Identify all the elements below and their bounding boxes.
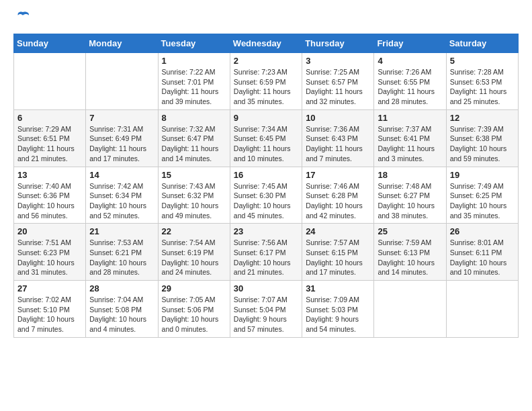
day-number: 21 [89, 226, 154, 236]
logo-bird-icon [15, 9, 31, 26]
day-number: 15 [162, 170, 226, 180]
column-header-friday: Friday [374, 34, 446, 53]
day-info: Sunrise: 7:22 AM Sunset: 7:01 PM Dayligh… [162, 67, 226, 107]
day-number: 24 [306, 226, 370, 236]
calendar-cell: 2Sunrise: 7:23 AM Sunset: 6:59 PM Daylig… [230, 53, 302, 110]
calendar-cell: 25Sunrise: 7:59 AM Sunset: 6:13 PM Dayli… [374, 224, 446, 281]
day-info: Sunrise: 7:39 AM Sunset: 6:38 PM Dayligh… [450, 124, 515, 164]
calendar-cell: 17Sunrise: 7:46 AM Sunset: 6:28 PM Dayli… [302, 167, 374, 224]
day-info: Sunrise: 7:28 AM Sunset: 6:53 PM Dayligh… [450, 67, 515, 107]
day-info: Sunrise: 7:07 AM Sunset: 5:04 PM Dayligh… [234, 295, 298, 334]
calendar-week-row: 6Sunrise: 7:29 AM Sunset: 6:51 PM Daylig… [14, 109, 519, 167]
day-info: Sunrise: 7:42 AM Sunset: 6:34 PM Dayligh… [89, 181, 154, 221]
calendar-header-row: SundayMondayTuesdayWednesdayThursdayFrid… [14, 34, 519, 53]
calendar-cell [374, 281, 446, 338]
day-info: Sunrise: 7:48 AM Sunset: 6:27 PM Dayligh… [378, 181, 442, 221]
day-number: 31 [306, 283, 370, 293]
calendar-cell: 7Sunrise: 7:31 AM Sunset: 6:49 PM Daylig… [86, 109, 158, 167]
calendar-week-row: 13Sunrise: 7:40 AM Sunset: 6:36 PM Dayli… [14, 167, 519, 224]
calendar-cell: 12Sunrise: 7:39 AM Sunset: 6:38 PM Dayli… [446, 109, 518, 167]
calendar-cell: 28Sunrise: 7:04 AM Sunset: 5:08 PM Dayli… [86, 281, 158, 338]
day-info: Sunrise: 7:34 AM Sunset: 6:45 PM Dayligh… [234, 124, 298, 164]
day-number: 5 [450, 56, 515, 66]
day-info: Sunrise: 8:01 AM Sunset: 6:11 PM Dayligh… [450, 238, 515, 277]
column-header-saturday: Saturday [446, 34, 518, 53]
day-info: Sunrise: 7:59 AM Sunset: 6:13 PM Dayligh… [378, 238, 442, 277]
day-number: 16 [234, 170, 298, 180]
calendar-cell: 31Sunrise: 7:09 AM Sunset: 5:03 PM Dayli… [302, 281, 374, 338]
day-number: 9 [234, 113, 298, 123]
day-number: 30 [234, 283, 298, 293]
page-header [13, 13, 519, 23]
calendar-cell: 30Sunrise: 7:07 AM Sunset: 5:04 PM Dayli… [230, 281, 302, 338]
day-number: 29 [162, 283, 226, 293]
column-header-wednesday: Wednesday [230, 34, 302, 53]
day-info: Sunrise: 7:31 AM Sunset: 6:49 PM Dayligh… [89, 124, 154, 164]
day-number: 28 [89, 283, 154, 293]
day-info: Sunrise: 7:53 AM Sunset: 6:21 PM Dayligh… [89, 238, 154, 277]
day-number: 11 [378, 113, 442, 123]
calendar-cell: 15Sunrise: 7:43 AM Sunset: 6:32 PM Dayli… [158, 167, 230, 224]
day-info: Sunrise: 7:57 AM Sunset: 6:15 PM Dayligh… [306, 238, 370, 277]
calendar-cell: 9Sunrise: 7:34 AM Sunset: 6:45 PM Daylig… [230, 109, 302, 167]
day-info: Sunrise: 7:54 AM Sunset: 6:19 PM Dayligh… [162, 238, 226, 277]
calendar-cell: 6Sunrise: 7:29 AM Sunset: 6:51 PM Daylig… [14, 109, 86, 167]
column-header-monday: Monday [86, 34, 158, 53]
calendar-cell: 16Sunrise: 7:45 AM Sunset: 6:30 PM Dayli… [230, 167, 302, 224]
day-number: 23 [234, 226, 298, 236]
day-info: Sunrise: 7:09 AM Sunset: 5:03 PM Dayligh… [306, 295, 370, 334]
day-info: Sunrise: 7:02 AM Sunset: 5:10 PM Dayligh… [17, 295, 82, 334]
day-number: 20 [17, 226, 82, 236]
day-number: 13 [17, 170, 82, 180]
calendar-cell: 26Sunrise: 8:01 AM Sunset: 6:11 PM Dayli… [446, 224, 518, 281]
day-number: 17 [306, 170, 370, 180]
calendar-cell [86, 53, 158, 110]
day-info: Sunrise: 7:43 AM Sunset: 6:32 PM Dayligh… [162, 181, 226, 221]
day-info: Sunrise: 7:23 AM Sunset: 6:59 PM Dayligh… [234, 67, 298, 107]
calendar-cell: 8Sunrise: 7:32 AM Sunset: 6:47 PM Daylig… [158, 109, 230, 167]
day-number: 27 [17, 283, 82, 293]
day-number: 6 [17, 113, 82, 123]
day-number: 22 [162, 226, 226, 236]
calendar-cell: 22Sunrise: 7:54 AM Sunset: 6:19 PM Dayli… [158, 224, 230, 281]
calendar-cell: 1Sunrise: 7:22 AM Sunset: 7:01 PM Daylig… [158, 53, 230, 110]
day-number: 2 [234, 56, 298, 66]
day-info: Sunrise: 7:29 AM Sunset: 6:51 PM Dayligh… [17, 124, 82, 164]
day-info: Sunrise: 7:26 AM Sunset: 6:55 PM Dayligh… [378, 67, 442, 107]
calendar-table: SundayMondayTuesdayWednesdayThursdayFrid… [13, 34, 519, 338]
day-number: 26 [450, 226, 515, 236]
column-header-sunday: Sunday [14, 34, 86, 53]
calendar-cell: 23Sunrise: 7:56 AM Sunset: 6:17 PM Dayli… [230, 224, 302, 281]
day-number: 18 [378, 170, 442, 180]
day-info: Sunrise: 7:45 AM Sunset: 6:30 PM Dayligh… [234, 181, 298, 221]
day-info: Sunrise: 7:51 AM Sunset: 6:23 PM Dayligh… [17, 238, 82, 277]
column-header-thursday: Thursday [302, 34, 374, 53]
calendar-cell: 11Sunrise: 7:37 AM Sunset: 6:41 PM Dayli… [374, 109, 446, 167]
day-number: 25 [378, 226, 442, 236]
calendar-cell: 19Sunrise: 7:49 AM Sunset: 6:25 PM Dayli… [446, 167, 518, 224]
day-number: 3 [306, 56, 370, 66]
calendar-week-row: 20Sunrise: 7:51 AM Sunset: 6:23 PM Dayli… [14, 224, 519, 281]
calendar-week-row: 1Sunrise: 7:22 AM Sunset: 7:01 PM Daylig… [14, 53, 519, 110]
day-info: Sunrise: 7:32 AM Sunset: 6:47 PM Dayligh… [162, 124, 226, 164]
day-info: Sunrise: 7:37 AM Sunset: 6:41 PM Dayligh… [378, 124, 442, 164]
day-info: Sunrise: 7:25 AM Sunset: 6:57 PM Dayligh… [306, 67, 370, 107]
calendar-cell: 4Sunrise: 7:26 AM Sunset: 6:55 PM Daylig… [374, 53, 446, 110]
day-info: Sunrise: 7:49 AM Sunset: 6:25 PM Dayligh… [450, 181, 515, 221]
calendar-cell: 14Sunrise: 7:42 AM Sunset: 6:34 PM Dayli… [86, 167, 158, 224]
calendar-cell [14, 53, 86, 110]
calendar-cell: 13Sunrise: 7:40 AM Sunset: 6:36 PM Dayli… [14, 167, 86, 224]
calendar-cell: 5Sunrise: 7:28 AM Sunset: 6:53 PM Daylig… [446, 53, 518, 110]
day-number: 14 [89, 170, 154, 180]
calendar-cell [446, 281, 518, 338]
calendar-cell: 3Sunrise: 7:25 AM Sunset: 6:57 PM Daylig… [302, 53, 374, 110]
day-info: Sunrise: 7:40 AM Sunset: 6:36 PM Dayligh… [17, 181, 82, 221]
day-number: 8 [162, 113, 226, 123]
calendar-cell: 21Sunrise: 7:53 AM Sunset: 6:21 PM Dayli… [86, 224, 158, 281]
day-info: Sunrise: 7:36 AM Sunset: 6:43 PM Dayligh… [306, 124, 370, 164]
calendar-cell: 20Sunrise: 7:51 AM Sunset: 6:23 PM Dayli… [14, 224, 86, 281]
day-info: Sunrise: 7:04 AM Sunset: 5:08 PM Dayligh… [89, 295, 154, 334]
column-header-tuesday: Tuesday [158, 34, 230, 53]
calendar-cell: 27Sunrise: 7:02 AM Sunset: 5:10 PM Dayli… [14, 281, 86, 338]
day-number: 12 [450, 113, 515, 123]
